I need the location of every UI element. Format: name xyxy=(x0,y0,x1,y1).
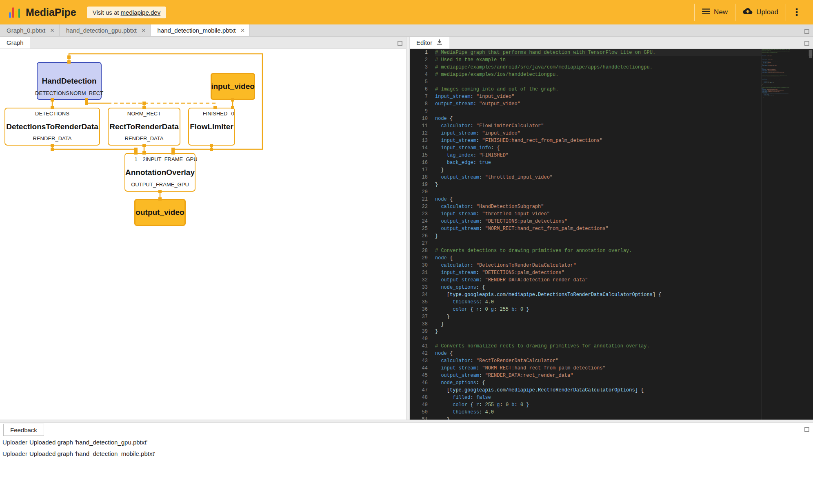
code-line: } xyxy=(435,232,813,240)
code-line: tag_index: "FINISHED" xyxy=(435,152,813,159)
graph-node-output_video[interactable]: output_video xyxy=(134,199,186,226)
port-square xyxy=(171,148,175,151)
download-icon[interactable] xyxy=(436,39,443,46)
line-number: 28 xyxy=(410,247,428,254)
file-tab-hand_detection_gpu.pbtxt[interactable]: hand_detection_gpu.pbtxt× xyxy=(60,24,151,36)
line-number: 43 xyxy=(410,357,428,365)
tab-editor[interactable]: Editor xyxy=(410,37,449,49)
tab-close-icon[interactable]: × xyxy=(240,27,244,34)
file-tab-Graph_0.pbtxt[interactable]: Graph_0.pbtxt× xyxy=(0,24,60,36)
editor-scrollbar[interactable] xyxy=(808,49,813,420)
editor-scrollbar-thumb[interactable] xyxy=(809,50,812,58)
code-line: thickness: 4.0 xyxy=(435,409,813,416)
maximize-graph-panel[interactable] xyxy=(398,40,402,47)
node-title: FlowLimiter xyxy=(190,122,233,131)
line-number: 35 xyxy=(410,298,428,306)
feedback-entries: UploaderUploaded graph 'hand_detection_g… xyxy=(0,436,813,459)
line-number: 21 xyxy=(410,196,428,203)
code-line: filled: false xyxy=(435,394,813,401)
maximize-row-icon[interactable] xyxy=(804,28,809,35)
code-line: } xyxy=(435,313,813,321)
line-number: 34 xyxy=(410,291,428,298)
maximize-icon[interactable] xyxy=(804,41,809,46)
editor-code-area[interactable]: # MediaPipe graph that performs hand det… xyxy=(435,49,813,420)
code-line: calculator: "FlowLimiterCalculator" xyxy=(435,122,813,130)
line-number: 33 xyxy=(410,284,428,291)
feedback-message: Uploaded graph 'hand_detection_gpu.pbtxt… xyxy=(29,439,147,446)
mediapipe-dev-link[interactable]: mediapipe.dev xyxy=(121,9,161,16)
code-line: } xyxy=(435,181,813,188)
port-label: OUTPUT_FRAME_GPU xyxy=(131,181,189,188)
code-line: } xyxy=(435,321,813,328)
line-number: 38 xyxy=(410,321,428,328)
tab-graph[interactable]: Graph xyxy=(0,37,30,49)
maximize-icon[interactable] xyxy=(804,427,809,432)
code-line: back_edge: true xyxy=(435,159,813,166)
code-line: calculator: "HandDetectionSubgraph" xyxy=(435,203,813,210)
line-number: 40 xyxy=(410,335,428,343)
line-number: 27 xyxy=(410,240,428,247)
port-label: DETECTIONS xyxy=(35,90,69,96)
port-label: NORM_RECT xyxy=(70,90,103,96)
port-label: INPUT_FRAME_GPU xyxy=(145,156,197,162)
line-number: 47 xyxy=(410,387,428,394)
maximize-editor-panel[interactable] xyxy=(804,40,809,47)
graph-node-input_video[interactable]: input_video xyxy=(211,73,255,100)
code-line: color { r: 255 g: 0 b: 0 } xyxy=(435,401,813,409)
upload-button[interactable]: Upload xyxy=(735,4,786,21)
feedback-panel: Feedback UploaderUploaded graph 'hand_de… xyxy=(0,423,813,504)
more-options-button[interactable]: ⋮ xyxy=(786,4,806,21)
graph-edge-backedge xyxy=(108,103,215,108)
line-number: 3 xyxy=(410,64,428,71)
minimap-content: # MediaPipe graph that performs hand det… xyxy=(762,49,808,97)
line-number: 5 xyxy=(410,78,428,86)
vertical-splitter[interactable] xyxy=(406,37,410,420)
graph-panel-header: Graph xyxy=(0,37,406,49)
code-line: node { xyxy=(435,350,813,357)
code-line: } xyxy=(435,328,813,335)
node-title: input_video xyxy=(211,82,255,91)
line-number: 4 xyxy=(410,71,428,78)
maximize-icon[interactable] xyxy=(804,29,809,34)
code-line: node { xyxy=(435,115,813,122)
file-tabbar: Graph_0.pbtxt×hand_detection_gpu.pbtxt×h… xyxy=(0,24,813,37)
node-title: AnnotationOverlay xyxy=(125,168,195,177)
horizontal-splitter[interactable] xyxy=(0,420,813,423)
editor-code-lines: # MediaPipe graph that performs hand det… xyxy=(435,49,813,420)
file-tabs: Graph_0.pbtxt×hand_detection_gpu.pbtxt×h… xyxy=(0,24,250,36)
line-number: 30 xyxy=(410,262,428,269)
editor-minimap[interactable]: # MediaPipe graph that performs hand det… xyxy=(761,49,808,420)
new-button[interactable]: New xyxy=(694,4,735,21)
line-number: 49 xyxy=(410,401,428,409)
tab-feedback[interactable]: Feedback xyxy=(3,424,44,436)
port-label: DETECTIONS xyxy=(35,111,69,117)
line-number: 7 xyxy=(410,93,428,100)
line-number: 42 xyxy=(410,350,428,357)
port-label: FINISHED xyxy=(203,111,228,117)
graph-panel: Graph HandDetectioninput_videoDetections… xyxy=(0,37,406,420)
line-number: 46 xyxy=(410,379,428,387)
cloud-upload-icon xyxy=(743,7,753,17)
feedback-entry: UploaderUploaded graph 'hand_detection_m… xyxy=(0,448,813,459)
hamburger-icon xyxy=(702,8,710,17)
code-line: } xyxy=(435,416,813,420)
file-tab-hand_detection_mobile.pbtxt[interactable]: hand_detection_mobile.pbtxt× xyxy=(151,24,250,36)
maximize-icon[interactable] xyxy=(398,41,402,46)
port-square xyxy=(134,148,138,151)
port-square xyxy=(142,102,146,105)
graph-canvas[interactable]: HandDetectioninput_videoDetectionsToRend… xyxy=(0,49,406,420)
code-line xyxy=(435,78,813,86)
code-line: input_stream: "DETECTIONS:palm_detection… xyxy=(435,269,813,276)
line-number: 9 xyxy=(410,108,428,115)
code-line: [type.googleapis.com/mediapipe.RectToRen… xyxy=(435,387,813,394)
feedback-message: Uploaded graph 'hand_detection_mobile.pb… xyxy=(29,450,155,457)
line-number: 8 xyxy=(410,100,428,108)
tab-close-icon[interactable]: × xyxy=(142,27,146,34)
tab-close-icon[interactable]: × xyxy=(50,27,54,34)
maximize-feedback-panel[interactable] xyxy=(804,426,809,433)
code-line: node_options: { xyxy=(435,379,813,387)
feedback-panel-header: Feedback xyxy=(0,423,813,436)
line-number: 18 xyxy=(410,174,428,181)
line-number: 6 xyxy=(410,86,428,93)
code-line: output_stream: "RENDER_DATA:rect_render_… xyxy=(435,372,813,379)
